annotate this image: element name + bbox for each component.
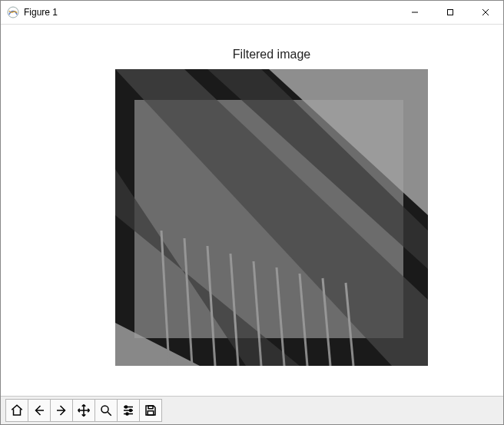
svg-rect-50: [148, 406, 153, 409]
matplotlib-toolbar: [1, 396, 503, 424]
pan-button[interactable]: [72, 399, 95, 422]
arrow-right-icon: [55, 403, 68, 417]
svg-point-48: [130, 410, 132, 412]
svg-rect-2: [448, 10, 453, 15]
chart-title: Filtered image: [115, 48, 428, 61]
figure-window: Figure 1 Filtered image: [0, 0, 504, 425]
sliders-icon: [121, 403, 135, 417]
zoom-icon: [99, 403, 113, 417]
svg-point-47: [125, 406, 128, 408]
home-icon: [10, 403, 24, 417]
maximize-button[interactable]: [433, 1, 468, 24]
svg-rect-51: [148, 411, 154, 415]
back-button[interactable]: [28, 399, 51, 422]
chart-axes[interactable]: 0 100 200 300 400 500 0 100 200 300 400 …: [115, 69, 428, 366]
plot-content: Filtered image: [1, 25, 503, 396]
configure-button[interactable]: [117, 399, 140, 422]
minimize-button[interactable]: [397, 1, 433, 24]
zoom-button[interactable]: [94, 399, 118, 422]
svg-point-46: [101, 406, 108, 413]
save-button[interactable]: [139, 399, 162, 422]
titlebar: Figure 1: [1, 1, 503, 25]
app-icon: [7, 6, 19, 18]
move-icon: [77, 403, 91, 417]
chart-image: [115, 69, 428, 366]
window-title: Figure 1: [24, 7, 58, 18]
home-button[interactable]: [5, 399, 28, 422]
svg-point-49: [126, 413, 128, 415]
close-button[interactable]: [468, 1, 503, 24]
save-icon: [144, 403, 158, 417]
forward-button[interactable]: [50, 399, 73, 422]
svg-rect-21: [134, 100, 403, 338]
arrow-left-icon: [32, 403, 46, 417]
